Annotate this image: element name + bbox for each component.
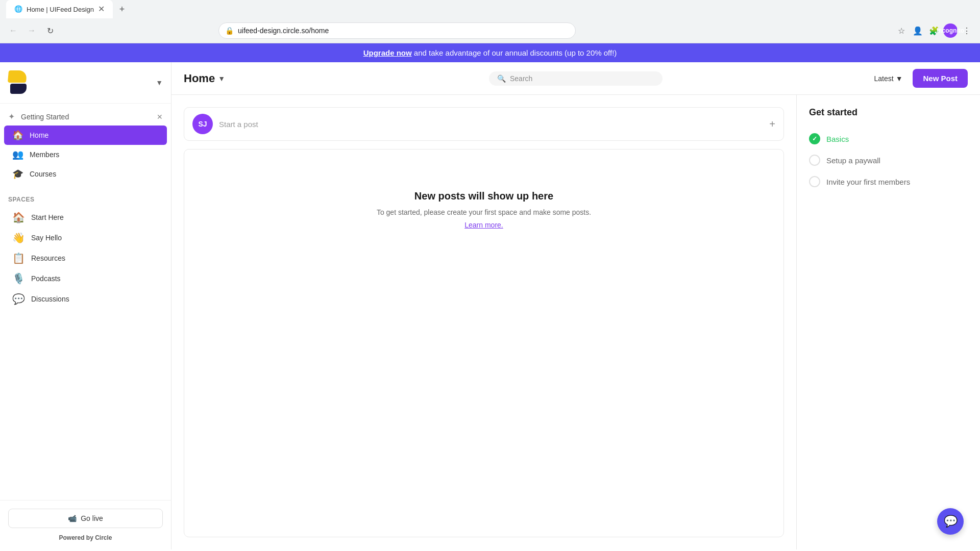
invite-members-check-icon: [809, 176, 820, 187]
composer-avatar-initials: SJ: [198, 120, 207, 128]
powered-by-text: Powered by: [59, 534, 93, 541]
sidebar-logo: [8, 70, 33, 95]
composer-avatar: SJ: [192, 114, 213, 134]
sidebar-item-members[interactable]: 👥 Members: [4, 145, 167, 164]
space-item-start-here[interactable]: 🏠 Start Here: [8, 207, 163, 228]
sidebar-label-home: Home: [30, 131, 48, 139]
composer-add-button[interactable]: +: [769, 118, 775, 130]
upgrade-banner: Upgrade now and take advantage of our an…: [0, 43, 980, 62]
tab-title: Home | UIFeed Design: [27, 6, 94, 13]
space-label-say-hello: Say Hello: [31, 234, 62, 242]
browser-chrome: 🌐 Home | UIFeed Design ✕ + ← → ↻ 🔒 uifee…: [0, 0, 980, 43]
home-icon: 🏠: [12, 130, 23, 141]
main-layout: ▼ ✦ Getting Started ✕ 🏠 Home 👥 Members: [0, 62, 980, 549]
sidebar-nav: ✦ Getting Started ✕ 🏠 Home 👥 Members 🎓 C…: [0, 104, 171, 188]
logo-dark: [10, 84, 27, 94]
latest-label: Latest: [874, 74, 893, 83]
browser-tab[interactable]: 🌐 Home | UIFeed Design ✕: [6, 0, 113, 18]
spaces-label: Spaces: [8, 196, 163, 203]
courses-icon: 🎓: [12, 168, 23, 180]
go-live-icon: 📹: [68, 514, 77, 522]
space-label-podcasts: Podcasts: [31, 274, 61, 283]
post-composer[interactable]: SJ Start a post +: [184, 107, 784, 141]
empty-feed: New posts will show up here To get start…: [184, 149, 784, 537]
start-here-icon: 🏠: [12, 211, 25, 223]
menu-button[interactable]: ⋮: [960, 23, 974, 38]
sidebar-item-courses[interactable]: 🎓 Courses: [4, 164, 167, 184]
empty-feed-subtitle: To get started, please create your first…: [197, 208, 771, 216]
page-title: Home: [184, 72, 215, 85]
space-item-resources[interactable]: 📋 Resources: [8, 248, 163, 268]
powered-by: Powered by Circle: [8, 534, 163, 541]
space-label-resources: Resources: [31, 254, 65, 262]
composer-placeholder: Start a post: [219, 120, 763, 129]
sidebar-label-courses: Courses: [30, 170, 56, 178]
sidebar-header: ▼: [0, 62, 171, 104]
space-item-discussions[interactable]: 💬 Discussions: [8, 289, 163, 309]
bookmark-icon[interactable]: ☆: [894, 23, 909, 38]
search-placeholder: Search: [510, 74, 532, 83]
go-live-label: Go live: [81, 514, 103, 522]
getting-started-close-button[interactable]: ✕: [157, 113, 163, 121]
sidebar-label-members: Members: [30, 151, 59, 159]
latest-button[interactable]: Latest ▼: [870, 71, 906, 86]
space-label-start-here: Start Here: [31, 213, 64, 221]
getting-started-icon: ✦: [8, 112, 15, 121]
checklist-item-basics[interactable]: Basics: [809, 128, 968, 149]
discussions-icon: 💬: [12, 293, 25, 305]
profile-icon[interactable]: 👤: [911, 23, 925, 38]
reload-button[interactable]: ↻: [43, 23, 57, 38]
upgrade-link[interactable]: Upgrade now: [363, 48, 412, 57]
sidebar: ▼ ✦ Getting Started ✕ 🏠 Home 👥 Members: [0, 62, 172, 549]
basics-check-icon: [809, 133, 820, 144]
latest-chevron-icon: ▼: [896, 74, 903, 83]
content-area: Home ▼ 🔍 Search Latest ▼ New Post: [172, 62, 980, 549]
checklist-item-paywall[interactable]: Setup a paywall: [809, 149, 968, 171]
getting-started-row[interactable]: ✦ Getting Started ✕: [0, 108, 171, 126]
tab-bar: 🌐 Home | UIFeed Design ✕ +: [0, 0, 980, 18]
header-search-container[interactable]: 🔍 Search: [489, 71, 663, 86]
topbar-right: Latest ▼ New Post: [870, 69, 968, 88]
search-icon: 🔍: [497, 74, 506, 83]
get-started-title: Get started: [809, 107, 968, 118]
members-icon: 👥: [12, 149, 23, 160]
new-tab-button[interactable]: +: [115, 2, 129, 16]
getting-started-label: Getting Started: [21, 113, 69, 121]
go-live-button[interactable]: 📹 Go live: [8, 509, 163, 528]
sidebar-footer: 📹 Go live Powered by Circle: [0, 500, 171, 549]
content-main: SJ Start a post + New posts will show up…: [172, 95, 980, 549]
right-panel: Get started Basics Setup a paywall Invit…: [796, 95, 980, 549]
say-hello-icon: 👋: [12, 232, 25, 244]
sidebar-item-home[interactable]: 🏠 Home: [4, 126, 167, 145]
header-search[interactable]: 🔍 Search: [489, 71, 663, 86]
chat-bubble-button[interactable]: 💬: [937, 508, 964, 535]
banner-text: and take advantage of our annual discoun…: [412, 48, 617, 57]
address-bar-row: ← → ↻ 🔒 uifeed-design.circle.so/home ☆ 👤…: [0, 18, 980, 43]
incognito-profile-button[interactable]: Incognito: [943, 23, 958, 38]
address-bar[interactable]: 🔒 uifeed-design.circle.so/home: [218, 22, 576, 39]
tab-close-button[interactable]: ✕: [98, 5, 105, 13]
podcasts-icon: 🎙️: [12, 272, 25, 285]
checklist-item-invite-members[interactable]: Invite your first members: [809, 171, 968, 192]
space-item-podcasts[interactable]: 🎙️ Podcasts: [8, 268, 163, 289]
content-topbar: Home ▼ 🔍 Search Latest ▼ New Post: [172, 62, 980, 95]
forward-button[interactable]: →: [24, 23, 39, 38]
paywall-label: Setup a paywall: [826, 156, 880, 165]
powered-by-brand: Circle: [95, 534, 112, 541]
title-chevron-icon[interactable]: ▼: [218, 74, 225, 83]
app-container: Upgrade now and take advantage of our an…: [0, 43, 980, 549]
new-post-button[interactable]: New Post: [913, 69, 968, 88]
sidebar-expand-button[interactable]: ▼: [156, 79, 163, 87]
empty-feed-title: New posts will show up here: [197, 190, 771, 202]
space-item-say-hello[interactable]: 👋 Say Hello: [8, 228, 163, 248]
back-button[interactable]: ←: [6, 23, 20, 38]
resources-icon: 📋: [12, 252, 25, 264]
tab-favicon: 🌐: [14, 5, 22, 13]
space-label-discussions: Discussions: [31, 295, 69, 303]
browser-actions: ☆ 👤 🧩 Incognito ⋮: [894, 23, 974, 38]
spaces-section: Spaces 🏠 Start Here 👋 Say Hello 📋 Resour…: [0, 188, 171, 313]
page-title-row: Home ▼: [184, 72, 225, 85]
chat-icon: 💬: [944, 515, 958, 528]
paywall-check-icon: [809, 155, 820, 166]
learn-more-link[interactable]: Learn more.: [464, 221, 503, 229]
